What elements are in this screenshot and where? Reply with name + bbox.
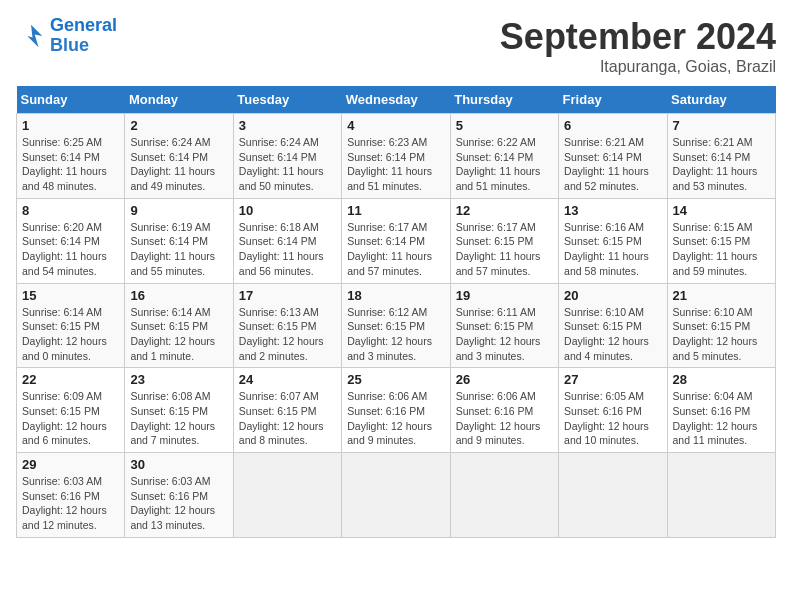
day-number: 14: [673, 203, 770, 218]
day-number: 22: [22, 372, 119, 387]
calendar-cell: 21 Sunrise: 6:10 AMSunset: 6:15 PMDaylig…: [667, 283, 775, 368]
logo: General Blue: [16, 16, 117, 56]
calendar-cell: 16 Sunrise: 6:14 AMSunset: 6:15 PMDaylig…: [125, 283, 233, 368]
calendar-cell: 25 Sunrise: 6:06 AMSunset: 6:16 PMDaylig…: [342, 368, 450, 453]
day-info: Sunrise: 6:15 AMSunset: 6:15 PMDaylight:…: [673, 220, 770, 279]
calendar-cell: [559, 453, 667, 538]
calendar-cell: 4 Sunrise: 6:23 AMSunset: 6:14 PMDayligh…: [342, 114, 450, 199]
day-info: Sunrise: 6:11 AMSunset: 6:15 PMDaylight:…: [456, 305, 553, 364]
calendar-cell: 1 Sunrise: 6:25 AMSunset: 6:14 PMDayligh…: [17, 114, 125, 199]
day-info: Sunrise: 6:24 AMSunset: 6:14 PMDaylight:…: [239, 135, 336, 194]
calendar-cell: 12 Sunrise: 6:17 AMSunset: 6:15 PMDaylig…: [450, 198, 558, 283]
calendar-cell: 20 Sunrise: 6:10 AMSunset: 6:15 PMDaylig…: [559, 283, 667, 368]
day-number: 8: [22, 203, 119, 218]
col-sunday: Sunday: [17, 86, 125, 114]
day-info: Sunrise: 6:23 AMSunset: 6:14 PMDaylight:…: [347, 135, 444, 194]
day-number: 16: [130, 288, 227, 303]
calendar-cell: 6 Sunrise: 6:21 AMSunset: 6:14 PMDayligh…: [559, 114, 667, 199]
day-number: 4: [347, 118, 444, 133]
day-number: 30: [130, 457, 227, 472]
day-info: Sunrise: 6:05 AMSunset: 6:16 PMDaylight:…: [564, 389, 661, 448]
day-info: Sunrise: 6:18 AMSunset: 6:14 PMDaylight:…: [239, 220, 336, 279]
logo-line1: General: [50, 15, 117, 35]
day-number: 25: [347, 372, 444, 387]
day-info: Sunrise: 6:09 AMSunset: 6:15 PMDaylight:…: [22, 389, 119, 448]
col-monday: Monday: [125, 86, 233, 114]
calendar-cell: 22 Sunrise: 6:09 AMSunset: 6:15 PMDaylig…: [17, 368, 125, 453]
calendar-cell: 5 Sunrise: 6:22 AMSunset: 6:14 PMDayligh…: [450, 114, 558, 199]
col-thursday: Thursday: [450, 86, 558, 114]
calendar-cell: 9 Sunrise: 6:19 AMSunset: 6:14 PMDayligh…: [125, 198, 233, 283]
calendar-row-5: 29 Sunrise: 6:03 AMSunset: 6:16 PMDaylig…: [17, 453, 776, 538]
col-saturday: Saturday: [667, 86, 775, 114]
day-number: 7: [673, 118, 770, 133]
calendar-cell: 28 Sunrise: 6:04 AMSunset: 6:16 PMDaylig…: [667, 368, 775, 453]
calendar-row-4: 22 Sunrise: 6:09 AMSunset: 6:15 PMDaylig…: [17, 368, 776, 453]
day-info: Sunrise: 6:13 AMSunset: 6:15 PMDaylight:…: [239, 305, 336, 364]
calendar-cell: 3 Sunrise: 6:24 AMSunset: 6:14 PMDayligh…: [233, 114, 341, 199]
calendar-cell: 23 Sunrise: 6:08 AMSunset: 6:15 PMDaylig…: [125, 368, 233, 453]
calendar-cell: 27 Sunrise: 6:05 AMSunset: 6:16 PMDaylig…: [559, 368, 667, 453]
day-info: Sunrise: 6:06 AMSunset: 6:16 PMDaylight:…: [456, 389, 553, 448]
day-number: 2: [130, 118, 227, 133]
calendar-cell: 26 Sunrise: 6:06 AMSunset: 6:16 PMDaylig…: [450, 368, 558, 453]
day-number: 1: [22, 118, 119, 133]
day-info: Sunrise: 6:20 AMSunset: 6:14 PMDaylight:…: [22, 220, 119, 279]
calendar-cell: 19 Sunrise: 6:11 AMSunset: 6:15 PMDaylig…: [450, 283, 558, 368]
calendar-cell: 30 Sunrise: 6:03 AMSunset: 6:16 PMDaylig…: [125, 453, 233, 538]
calendar-cell: [342, 453, 450, 538]
day-info: Sunrise: 6:07 AMSunset: 6:15 PMDaylight:…: [239, 389, 336, 448]
calendar-cell: 17 Sunrise: 6:13 AMSunset: 6:15 PMDaylig…: [233, 283, 341, 368]
day-number: 3: [239, 118, 336, 133]
day-info: Sunrise: 6:21 AMSunset: 6:14 PMDaylight:…: [564, 135, 661, 194]
logo-text: General Blue: [50, 16, 117, 56]
calendar-cell: 11 Sunrise: 6:17 AMSunset: 6:14 PMDaylig…: [342, 198, 450, 283]
day-info: Sunrise: 6:03 AMSunset: 6:16 PMDaylight:…: [22, 474, 119, 533]
day-info: Sunrise: 6:14 AMSunset: 6:15 PMDaylight:…: [22, 305, 119, 364]
day-number: 13: [564, 203, 661, 218]
day-number: 26: [456, 372, 553, 387]
calendar-cell: 18 Sunrise: 6:12 AMSunset: 6:15 PMDaylig…: [342, 283, 450, 368]
day-number: 20: [564, 288, 661, 303]
calendar-row-1: 1 Sunrise: 6:25 AMSunset: 6:14 PMDayligh…: [17, 114, 776, 199]
calendar-cell: 2 Sunrise: 6:24 AMSunset: 6:14 PMDayligh…: [125, 114, 233, 199]
day-info: Sunrise: 6:03 AMSunset: 6:16 PMDaylight:…: [130, 474, 227, 533]
calendar-cell: 8 Sunrise: 6:20 AMSunset: 6:14 PMDayligh…: [17, 198, 125, 283]
calendar-row-3: 15 Sunrise: 6:14 AMSunset: 6:15 PMDaylig…: [17, 283, 776, 368]
calendar-cell: 14 Sunrise: 6:15 AMSunset: 6:15 PMDaylig…: [667, 198, 775, 283]
header-row: Sunday Monday Tuesday Wednesday Thursday…: [17, 86, 776, 114]
day-number: 19: [456, 288, 553, 303]
day-info: Sunrise: 6:08 AMSunset: 6:15 PMDaylight:…: [130, 389, 227, 448]
title-section: September 2024 Itapuranga, Goias, Brazil: [500, 16, 776, 76]
day-number: 11: [347, 203, 444, 218]
day-number: 17: [239, 288, 336, 303]
day-number: 27: [564, 372, 661, 387]
day-number: 12: [456, 203, 553, 218]
calendar-cell: 7 Sunrise: 6:21 AMSunset: 6:14 PMDayligh…: [667, 114, 775, 199]
col-wednesday: Wednesday: [342, 86, 450, 114]
calendar-cell: 13 Sunrise: 6:16 AMSunset: 6:15 PMDaylig…: [559, 198, 667, 283]
day-info: Sunrise: 6:16 AMSunset: 6:15 PMDaylight:…: [564, 220, 661, 279]
day-number: 9: [130, 203, 227, 218]
day-info: Sunrise: 6:12 AMSunset: 6:15 PMDaylight:…: [347, 305, 444, 364]
month-title: September 2024: [500, 16, 776, 58]
day-number: 5: [456, 118, 553, 133]
calendar-cell: 10 Sunrise: 6:18 AMSunset: 6:14 PMDaylig…: [233, 198, 341, 283]
day-info: Sunrise: 6:14 AMSunset: 6:15 PMDaylight:…: [130, 305, 227, 364]
calendar-row-2: 8 Sunrise: 6:20 AMSunset: 6:14 PMDayligh…: [17, 198, 776, 283]
day-info: Sunrise: 6:10 AMSunset: 6:15 PMDaylight:…: [564, 305, 661, 364]
day-info: Sunrise: 6:17 AMSunset: 6:14 PMDaylight:…: [347, 220, 444, 279]
calendar-cell: [450, 453, 558, 538]
day-info: Sunrise: 6:17 AMSunset: 6:15 PMDaylight:…: [456, 220, 553, 279]
day-number: 28: [673, 372, 770, 387]
day-number: 6: [564, 118, 661, 133]
day-info: Sunrise: 6:25 AMSunset: 6:14 PMDaylight:…: [22, 135, 119, 194]
day-number: 23: [130, 372, 227, 387]
calendar-table: Sunday Monday Tuesday Wednesday Thursday…: [16, 86, 776, 538]
day-number: 21: [673, 288, 770, 303]
col-friday: Friday: [559, 86, 667, 114]
day-number: 10: [239, 203, 336, 218]
logo-line2: Blue: [50, 35, 89, 55]
calendar-cell: [667, 453, 775, 538]
day-number: 24: [239, 372, 336, 387]
